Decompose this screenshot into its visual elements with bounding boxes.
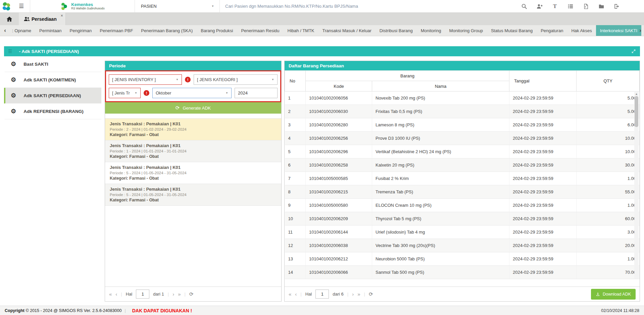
cell-qty: 60.00 (577, 212, 640, 226)
nav-item-monitoring-group[interactable]: Monitoring Group (445, 25, 487, 36)
cell-no: 13 (285, 252, 306, 266)
nav-item-monitoring[interactable]: Monitoring (417, 25, 445, 36)
search-icon[interactable] (521, 3, 527, 9)
nav-item-interkoneksi-sakti[interactable]: Interkoneksi SAKTI (596, 25, 641, 36)
cell-no: 10 (285, 212, 306, 226)
module-menu-icon[interactable]: ☰ (8, 49, 12, 54)
page-first-icon[interactable]: « (109, 291, 112, 297)
table-row[interactable]: 1 1010401002006056 Novexib Tab 200 mg (P… (285, 91, 640, 105)
nav-item-pengaturan[interactable]: Pengaturan (537, 25, 567, 36)
page-number-input[interactable] (136, 290, 149, 299)
cell-tanggal: 2024-02-29 23:59:59 (509, 118, 577, 132)
nav-scroll-right-icon[interactable]: › (637, 25, 643, 36)
table-row[interactable]: 12 1010401002006038 Vectrine Tab 300 mg … (285, 239, 640, 252)
nav-item-permintaan[interactable]: Permintaan (35, 25, 65, 36)
refresh-icon[interactable]: ⟳ (189, 291, 194, 297)
patient-type-dropdown[interactable]: PASIEN ▼ (135, 0, 220, 12)
nav-item-penerimaan-barang-ska[interactable]: Penerimaan Barang (SKA) (137, 25, 197, 36)
jenis-transaksi-select[interactable]: [ Jenis Tr ▼ (109, 88, 141, 98)
nav-item-hak-akses[interactable]: Hak Akses (567, 25, 596, 36)
transaction-item[interactable]: Jenis Transaksi : Pemakaian | K01 Period… (105, 162, 281, 184)
table-row[interactable]: 13 1010401002006212 Neurobion 5000 Tab (… (285, 252, 640, 266)
download-adk-button[interactable]: Download ADK (591, 289, 636, 300)
cell-no: 8 (285, 185, 306, 199)
table-row[interactable]: 10 1010401002006209 Thyrozol Tab 5 mg (P… (285, 212, 640, 226)
nav-item-penerimaan-pbf[interactable]: Penerimaan PBF (96, 25, 137, 36)
table-row[interactable]: 11 1010401002006144 Urief (silodosin) Ta… (285, 226, 640, 239)
topbar-actions: T (513, 0, 644, 12)
nav-item-opname[interactable]: : Opname (8, 25, 35, 36)
patient-search-input[interactable] (220, 0, 513, 12)
page-prev-icon[interactable]: ‹ (115, 291, 117, 297)
nav-item-hibah-tmtk[interactable]: Hibah / TMTK (284, 25, 318, 36)
cell-no: 4 (285, 132, 306, 145)
divider: | (364, 292, 365, 297)
year-input[interactable] (235, 88, 278, 98)
daftar-barang-panel: Daftar Barang Persediaan No Barang Tangg… (284, 61, 640, 302)
periode-filter-box: [ JENIS INVENTORY ] ▼ ! [ JENIS KATEGORI… (105, 70, 281, 102)
divider: | (125, 308, 126, 313)
footer-datetime: 02/10/2024 11:48:28 (601, 308, 639, 313)
nav-item-transaksi-masuk-keluar[interactable]: Transaksi Masuk / Keluar (318, 25, 376, 36)
jenis-inventory-select[interactable]: [ JENIS INVENTORY ] ▼ (109, 74, 182, 85)
expand-icon[interactable] (631, 49, 636, 54)
sidebar-item-adk-sakti-komitmen[interactable]: ⚙ Adk SAKTI (KOMITMEN) (4, 72, 101, 88)
home-tab[interactable] (0, 13, 19, 25)
jenis-kategori-select[interactable]: [ JENIS KATEGORI ] ▼ (194, 74, 278, 85)
refresh-icon[interactable]: ⟳ (369, 291, 373, 297)
table-row[interactable]: 6 1010401002006258 Kalxetin 20 mg (PS) 2… (285, 159, 640, 172)
pinwheel-logo-icon (1, 1, 11, 11)
pdf-file-icon[interactable] (583, 3, 589, 9)
transaction-item[interactable]: Jenis Transaksi : Pemakaian | K01 Period… (105, 140, 281, 162)
generate-adk-button[interactable]: ⟳ Generate ADK (105, 102, 281, 114)
page-prev-icon[interactable]: ‹ (295, 291, 297, 297)
cell-no: 5 (285, 145, 306, 159)
transaction-item[interactable]: Jenis Transaksi : Pemakaian | K01 Period… (105, 119, 281, 140)
periode-pagination: « ‹ | Hal dari 1 | › » | ⟳ (105, 287, 281, 301)
page-number-input[interactable] (315, 290, 329, 299)
table-row[interactable]: 2 1010401002006030 Frixitas Tab 0,5 mg (… (285, 105, 640, 118)
table-row[interactable]: 8 1010401002006215 Tremenza Tab (PS) 202… (285, 185, 640, 199)
folder-icon[interactable] (598, 3, 604, 9)
cell-nama: Urief (silodosin) Tab 4 mg (372, 226, 509, 239)
sidebar-item-adk-sakti-persediaan[interactable]: ⚙ Adk SAKTI (PERSEDIAAN) (4, 88, 101, 104)
text-icon[interactable]: T (552, 3, 558, 9)
transaction-item[interactable]: Jenis Transaksi : Pemakaian | K01 Period… (105, 184, 281, 206)
cell-nama: Novexib Tab 200 mg (PS) (372, 91, 509, 105)
add-patient-icon[interactable] (536, 3, 543, 9)
table-row[interactable]: 9 1010401005000580 ELOCON Cream 10 mg (P… (285, 199, 640, 212)
tab-close-icon[interactable]: × (61, 13, 63, 18)
page-first-icon[interactable]: « (289, 291, 291, 297)
page-next-icon[interactable]: › (172, 291, 174, 297)
month-select[interactable]: Oktober ▼ (152, 88, 232, 98)
transaction-kategori: Kategori: Farmasi - Obat (110, 132, 277, 137)
app-logo[interactable] (0, 0, 13, 12)
table-row[interactable]: 14 1010401002006066 Sanmol Tab 500 mg (P… (285, 266, 640, 279)
page-last-icon[interactable]: » (178, 291, 181, 297)
cell-tanggal: 2024-02-29 23:59:59 (509, 91, 577, 105)
table-row[interactable]: 3 1010401002006280 Lameson 8 mg (PS) 202… (285, 118, 640, 132)
scroll-up-icon[interactable]: ▲ (635, 92, 638, 96)
table-row[interactable]: 4 1010401002006256 Prove D3 1000 IU (PS)… (285, 132, 640, 145)
sidebar-toggle-button[interactable]: ☰ (13, 0, 30, 12)
sidebar-item-bast-sakti[interactable]: ⚙ Bast SAKTI (4, 56, 101, 72)
cell-nama: Neurobion 5000 Tab (PS) (372, 252, 509, 266)
scrollbar-thumb[interactable] (635, 96, 638, 127)
logout-icon[interactable] (613, 3, 620, 9)
page-next-icon[interactable]: › (352, 291, 354, 297)
list-icon[interactable] (567, 3, 574, 9)
sidebar-item-adk-referensi-barang[interactable]: ⚙ Adk REFERENSI (BARANG) (4, 104, 101, 119)
nav-item-distribusi-barang[interactable]: Distribusi Barang (376, 25, 417, 36)
nav-scroll-left-icon[interactable]: ‹ (2, 25, 8, 36)
tab-persediaan[interactable]: Persediaan × (19, 13, 66, 25)
nav-item-status-mutasi-barang[interactable]: Status Mutasi Barang (487, 25, 537, 36)
nav-item-pengiriman[interactable]: Pengiriman (66, 25, 96, 36)
page-last-icon[interactable]: » (357, 291, 360, 297)
cell-kode: 1010401002006256 (306, 132, 372, 145)
table-scrollbar[interactable]: ▲ (634, 92, 639, 279)
table-row[interactable]: 7 1010401005000585 Fusibat 2 % Krim 2024… (285, 172, 640, 185)
nav-item-barang-produksi[interactable]: Barang Produksi (197, 25, 237, 36)
nav-item-penerimaan-residu[interactable]: Penerimaan Residu (237, 25, 283, 36)
patient-search (220, 0, 513, 12)
table-row[interactable]: 5 1010401002006296 Vertikaf (Betahistine… (285, 145, 640, 159)
